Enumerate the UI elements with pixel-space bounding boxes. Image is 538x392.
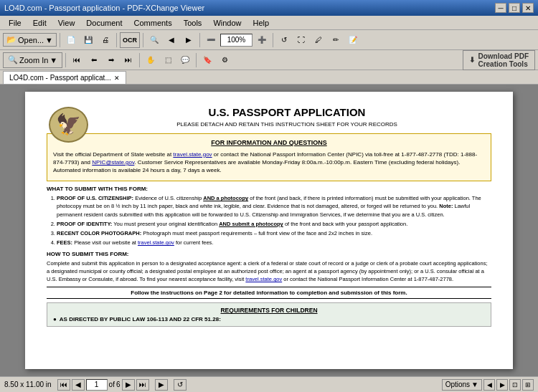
fees-link[interactable]: travel.state.gov — [138, 239, 174, 246]
annotate-button[interactable]: 💬 — [177, 52, 193, 68]
scroll-right-button[interactable]: ▶ — [496, 379, 508, 391]
maximize-button[interactable]: □ — [509, 3, 520, 13]
section-what-content: PROOF OF U.S. CITIZENSHIP: Evidence of U… — [47, 194, 491, 247]
passport-subtitle: PLEASE DETACH AND RETAIN THIS INSTRUCTIO… — [82, 121, 491, 128]
tab-passport[interactable]: LO4D.com - Passport applicat... ✕ — [3, 71, 126, 84]
how-link[interactable]: travel.state.gov — [245, 276, 282, 282]
extra2-button[interactable]: ⚙ — [217, 52, 232, 68]
content-area: 🦅 U.S. PASSPORT APPLICATION PLEASE DETAC… — [0, 85, 538, 376]
minimize-button[interactable]: ─ — [495, 3, 506, 13]
open-icon: 📂 — [6, 35, 16, 44]
page-total: 6 — [116, 381, 121, 388]
status-left: 8.50 x 11.00 in ⏮ ◀ of 6 ▶ ⏭ ▶ ↺ — [4, 379, 187, 391]
follow-line: Follow the instructions on Page 2 for de… — [47, 287, 491, 299]
title-bar: LO4D.com - Passport application - PDF-XC… — [0, 0, 538, 16]
separator-z3 — [196, 53, 197, 67]
tool2-button[interactable]: ⛶ — [293, 32, 309, 48]
page-number-input[interactable] — [86, 379, 108, 391]
section-how-title: HOW TO SUBMIT THIS FORM: — [47, 251, 491, 257]
options-dropdown-icon: ▼ — [471, 381, 478, 388]
zoom-actual-button[interactable]: ⊞ — [522, 379, 534, 391]
separator-4 — [199, 33, 200, 47]
prev-page-button[interactable]: ◀ — [72, 379, 85, 391]
download-icon: ⬇ — [469, 56, 475, 64]
npic-email-link[interactable]: NPIC@state.gov — [92, 159, 134, 166]
list-item-2: PROOF OF IDENTITY: You must present your… — [57, 220, 491, 228]
close-button[interactable]: ✕ — [522, 3, 534, 13]
page-navigation: ⏮ ◀ of 6 ▶ ⏭ — [57, 379, 149, 391]
next-page-button[interactable]: ▶ — [122, 379, 135, 391]
list-item-4: FEES: Please visit our website at travel… — [57, 239, 491, 247]
toolbar-main: 📂 Open... ▼ 📄 💾 🖨 OCR 🔍 ◀ ▶ ➖ ➕ ↺ ⛶ 🖊 ✏ … — [0, 30, 538, 50]
travel-state-link[interactable]: travel.state.gov — [173, 151, 212, 158]
menu-tools[interactable]: Tools — [178, 17, 208, 29]
nav1-button[interactable]: ⏮ — [69, 52, 85, 68]
nav2-button[interactable]: ⬅ — [86, 52, 102, 68]
find-button[interactable]: 🔍 — [146, 32, 162, 48]
tool5-button[interactable]: 📝 — [345, 32, 361, 48]
section-what-title: WHAT TO SUBMIT WITH THIS FORM: — [47, 186, 491, 192]
separator-z1 — [65, 53, 66, 67]
options-label: Options — [445, 381, 470, 388]
tab-close-button[interactable]: ✕ — [114, 75, 120, 82]
tab-bar: LO4D.com - Passport applicat... ✕ — [0, 70, 538, 85]
download-label: Download PDFCreation Tools — [478, 52, 529, 68]
tool4-button[interactable]: ✏ — [328, 32, 344, 48]
ocr-button[interactable]: OCR — [120, 32, 140, 48]
toolbar-zoom: 🔍 Zoom In ▼ ⏮ ⬅ ➡ ⏭ ✋ ⬚ 💬 🔖 ⚙ ⬇ Download… — [0, 50, 538, 70]
nav4-button[interactable]: ⏭ — [121, 52, 136, 68]
bullet-text: AS DIRECTED BY PUBLIC LAW 106-113 AND 22… — [60, 316, 221, 322]
zoom-out-button[interactable]: ➖ — [203, 32, 219, 48]
hand-button[interactable]: ✋ — [143, 52, 159, 68]
req-children-bullet: ● AS DIRECTED BY PUBLIC LAW 106-113 AND … — [53, 316, 485, 322]
separator-z2 — [139, 53, 140, 67]
menu-help[interactable]: Help — [247, 17, 275, 29]
last-page-button[interactable]: ⏭ — [136, 379, 149, 391]
print-button[interactable]: 🖨 — [98, 32, 113, 48]
zoom-in-labeled-button[interactable]: 🔍 Zoom In ▼ — [3, 52, 62, 68]
select-button[interactable]: ⬚ — [160, 52, 176, 68]
menu-edit[interactable]: Edit — [27, 17, 52, 29]
pdf-viewport[interactable]: 🦅 U.S. PASSPORT APPLICATION PLEASE DETAC… — [0, 85, 538, 376]
first-page-button[interactable]: ⏮ — [57, 379, 70, 391]
info-box-text: Visit the official Department of State w… — [53, 150, 485, 175]
rotate-button[interactable]: ↺ — [174, 379, 187, 391]
menu-document[interactable]: Document — [80, 17, 128, 29]
window-title: LO4D.com - Passport application - PDF-XC… — [4, 4, 204, 12]
play-button[interactable]: ▶ — [155, 379, 168, 391]
eagle-seal: 🦅 — [47, 105, 90, 144]
save-button[interactable]: 💾 — [80, 32, 96, 48]
zoom-input[interactable] — [220, 34, 253, 47]
list-item-1: PROOF OF U.S. CITIZENSHIP: Evidence of U… — [57, 194, 491, 219]
back-button[interactable]: ◀ — [164, 32, 179, 48]
menu-view[interactable]: View — [52, 17, 81, 29]
page-dimensions: 8.50 x 11.00 in — [4, 381, 52, 388]
menu-file[interactable]: File — [3, 17, 27, 29]
info-box-title: FOR INFORMATION AND QUESTIONS — [53, 138, 485, 148]
scroll-left-button[interactable]: ◀ — [483, 379, 495, 391]
extra1-button[interactable]: 🔖 — [199, 52, 215, 68]
download-pdf-button[interactable]: ⬇ Download PDFCreation Tools — [463, 50, 535, 70]
eagle-image: 🦅 — [49, 107, 88, 143]
bullet-icon: ● — [53, 316, 57, 322]
menu-window[interactable]: Window — [207, 17, 247, 29]
zoom-dropdown-icon: ▼ — [49, 56, 57, 64]
req-children-title: REQUIREMENTS FOR CHILDREN — [53, 307, 485, 314]
tab-label: LO4D.com - Passport applicat... — [9, 74, 111, 82]
zoom-fit-button[interactable]: ⊡ — [509, 379, 521, 391]
nav3-button[interactable]: ➡ — [103, 52, 119, 68]
new-button[interactable]: 📄 — [63, 32, 79, 48]
open-button[interactable]: 📂 Open... ▼ — [3, 33, 57, 47]
forward-button[interactable]: ▶ — [181, 32, 197, 48]
info-box: FOR INFORMATION AND QUESTIONS Visit the … — [47, 133, 491, 181]
separator-2 — [116, 33, 117, 47]
tool3-button[interactable]: 🖊 — [311, 32, 326, 48]
separator-1 — [60, 33, 60, 47]
menu-comments[interactable]: Comments — [128, 17, 178, 29]
section-how-content: Complete and submit this application in … — [47, 259, 491, 284]
options-button[interactable]: Options ▼ — [442, 379, 482, 391]
zoom-in-button[interactable]: ➕ — [254, 32, 270, 48]
tool1-button[interactable]: ↺ — [276, 32, 292, 48]
list-item-3: RECENT COLOR PHOTOGRAPH: Photograph must… — [57, 229, 491, 237]
scrollbar-controls: ◀ ▶ ⊡ ⊞ — [483, 379, 534, 391]
